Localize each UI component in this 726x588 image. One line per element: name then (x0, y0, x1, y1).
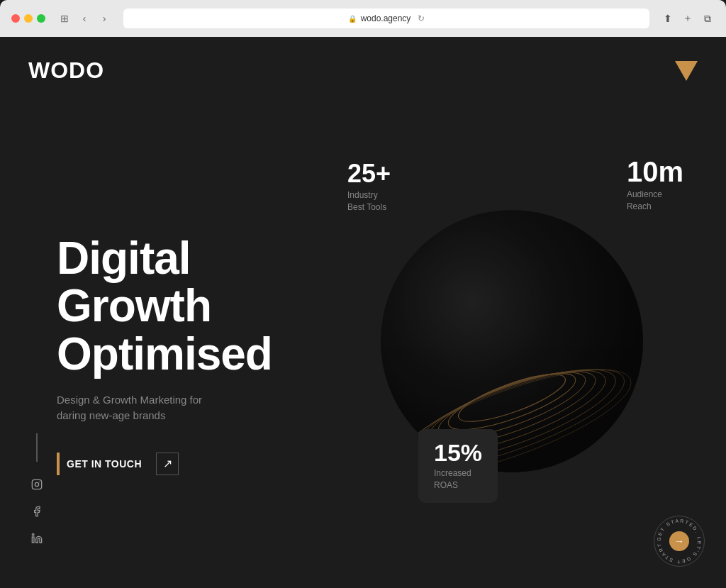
minimize-button[interactable] (24, 14, 33, 23)
sidebar-toggle[interactable]: ⊞ (57, 11, 72, 26)
svg-rect-1 (32, 479, 41, 489)
sphere-svg (377, 206, 647, 476)
url-text: wodo.agency (361, 13, 411, 23)
hero-subtitle: Design & Growth Marketing fordaring new-… (57, 392, 298, 424)
share-button[interactable]: ⬆ (661, 11, 675, 26)
facebook-icon[interactable] (30, 504, 44, 518)
browser-chrome: ⊞ ‹ › 🔒 wodo.agency ↻ ⬆ ＋ ⧉ (0, 0, 726, 37)
cta-row: GET IN TOUCH ↗ (57, 453, 298, 475)
menu-triangle-icon[interactable] (675, 61, 698, 81)
navigation: WODO (0, 37, 726, 104)
arrow-icon: ↗ (163, 457, 172, 470)
get-in-touch-button[interactable]: GET IN TOUCH (57, 453, 142, 475)
stat-roas-label: Increased ROAS (434, 467, 482, 492)
stat-roas-number: 15% (434, 440, 482, 465)
reload-icon[interactable]: ↻ (418, 13, 425, 23)
forward-button[interactable]: › (96, 11, 112, 26)
social-sidebar (30, 433, 44, 545)
cta-accent-bar (57, 453, 60, 475)
svg-point-2 (35, 482, 38, 486)
back-button[interactable]: ‹ (77, 11, 92, 26)
close-button[interactable] (11, 14, 20, 23)
badge-arrow-icon: → (669, 531, 689, 551)
logo-text: WODO (28, 54, 113, 87)
svg-text:WODO: WODO (28, 57, 104, 82)
lock-icon: 🔒 (348, 15, 357, 23)
logo[interactable]: WODO (28, 54, 113, 87)
svg-point-5 (32, 533, 34, 536)
hero-title: Digital Growth Optimised (57, 235, 298, 378)
social-divider (36, 433, 38, 462)
maximize-button[interactable] (37, 14, 45, 23)
traffic-lights (11, 14, 45, 23)
address-bar[interactable]: 🔒 wodo.agency ↻ (123, 9, 649, 28)
site-content: WODO Digital Growth Optimised Design & G… (0, 37, 726, 588)
new-tab-button[interactable]: ＋ (681, 11, 695, 26)
arrow-button[interactable]: ↗ (156, 453, 179, 475)
browser-actions: ⬆ ＋ ⧉ (661, 11, 715, 26)
svg-point-3 (39, 482, 40, 482)
hero-content: Digital Growth Optimised Design & Growth… (0, 150, 298, 475)
sphere-wrapper (340, 94, 726, 588)
instagram-icon[interactable] (30, 477, 44, 492)
get-started-badge[interactable]: GET STARTED. LET'S GET STARTED. → (654, 516, 705, 567)
cta-label: GET IN TOUCH (67, 458, 142, 470)
browser-controls: ⊞ ‹ › (57, 11, 112, 26)
linkedin-icon[interactable] (30, 531, 44, 545)
stat-roas: 15% Increased ROAS (418, 429, 498, 503)
tabs-button[interactable]: ⧉ (700, 11, 715, 26)
badge-circle: GET STARTED. LET'S GET STARTED. → (654, 516, 705, 567)
svg-rect-4 (32, 537, 34, 543)
